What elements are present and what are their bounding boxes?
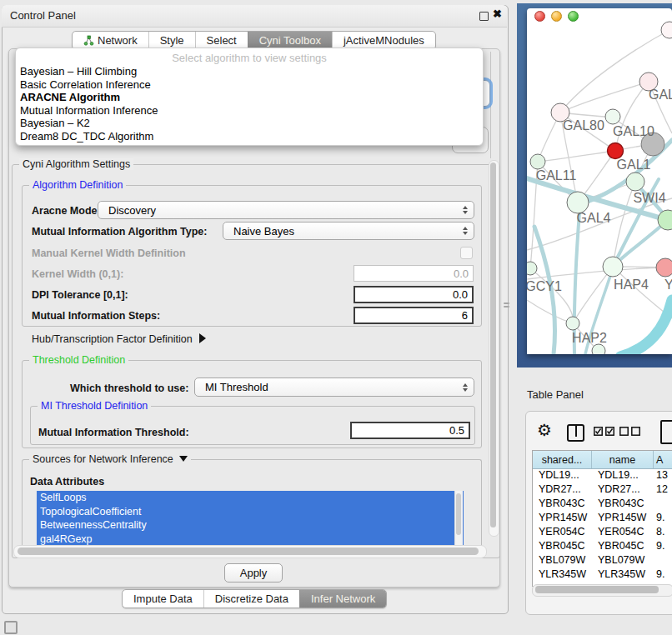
node-label: GAL4 (577, 211, 611, 225)
data-attributes-label: Data Attributes (30, 476, 104, 488)
tab-impute-data[interactable]: Impute Data (123, 590, 203, 608)
kernel-width-label: Kernel Width (0,1): (32, 268, 123, 280)
table-row[interactable]: YBL079WYBL079W (533, 554, 672, 568)
table-cell: 9. (654, 540, 672, 554)
table-row[interactable]: YPR145WYPR145W9. (533, 512, 672, 526)
attribute-list-item[interactable]: BetweennessCentrality (37, 518, 464, 532)
tab-network[interactable]: Network (73, 32, 148, 49)
network-node-hap2 (566, 317, 579, 330)
table-cell: 9. (654, 568, 672, 582)
hub-definition-expander[interactable]: Hub/Transcription Factor Definition (32, 333, 206, 345)
tab-label: Cyni Toolbox (259, 34, 321, 47)
which-threshold-combo[interactable]: MI Threshold (194, 378, 474, 397)
dock-panel-icon[interactable] (4, 621, 18, 634)
table-horizontal-scrollbar-thumb[interactable] (535, 586, 659, 593)
kernel-width-field[interactable]: 0.0 (354, 265, 474, 282)
bottom-tab-bar: Impute DataDiscretize DataInfer Network (122, 589, 387, 608)
manual-kernel-checkbox[interactable] (460, 247, 473, 259)
table-row[interactable]: YBR045CYBR045C9. (533, 540, 672, 554)
algorithm-option[interactable]: ARACNE Algorithm (16, 91, 483, 104)
table-row[interactable]: YBR043CYBR043C (533, 498, 672, 512)
table-cell: 12 (654, 483, 672, 498)
float-window-icon[interactable] (479, 12, 489, 21)
tab-discretize-data[interactable]: Discretize Data (203, 590, 299, 608)
settings-horizontal-scrollbar-thumb[interactable] (18, 548, 479, 555)
column-browser-icon[interactable] (567, 424, 584, 442)
table-cell: YBR043C (533, 498, 592, 512)
table-row[interactable]: YDR27...YDR27...12 (533, 483, 672, 498)
tab-select[interactable]: Select (195, 32, 248, 49)
node-label: GCY1 (527, 279, 562, 293)
apply-button[interactable]: Apply (224, 563, 283, 582)
algorithm-option[interactable]: Mutual Information Inference (16, 104, 483, 118)
node-label: SWI4 (633, 191, 665, 205)
mi-steps-field[interactable]: 6 (354, 307, 474, 324)
table-panel-title: Table Panel (527, 388, 584, 401)
mi-type-combo[interactable]: Naive Bayes (223, 222, 474, 240)
table-cell: YDR27... (533, 483, 592, 498)
thick-cyan-edge (620, 300, 672, 354)
node-label: HAP2 (572, 331, 607, 345)
tab-infer-network[interactable]: Infer Network (299, 590, 386, 608)
node-label: Y (664, 278, 672, 292)
mi-type-value: Naive Bayes (233, 225, 294, 238)
attributes-scrollbar-thumb[interactable] (456, 493, 461, 535)
which-threshold-value: MI Threshold (205, 381, 268, 393)
table-row[interactable]: YLR345WYLR345W9. (533, 568, 672, 582)
network-node-salmon (656, 258, 672, 277)
tab-label: Impute Data (133, 592, 193, 605)
network-node-gcy1 (527, 262, 537, 275)
close-icon[interactable]: ✖ (493, 8, 502, 20)
node-label: GAL1 (617, 158, 651, 172)
settings-vertical-scrollbar-thumb[interactable] (490, 162, 496, 528)
mi-threshold-field[interactable]: 0.5 (350, 422, 470, 439)
attribute-list-item[interactable]: TopologicalCoefficient (37, 505, 464, 519)
table-body: YDL19...YDL19...13YDR27...YDR27...12YBR0… (533, 469, 672, 586)
algorithm-option[interactable]: Bayesian – K2 (16, 117, 483, 130)
node-table: shared...nameA YDL19...YDL19...13YDR27..… (532, 450, 672, 587)
attribute-list-item[interactable]: SelfLoops (37, 491, 464, 505)
algorithm-dropdown-popup: Select algorithm to view settings Bayesi… (15, 48, 484, 146)
table-column-header[interactable]: A (654, 451, 672, 468)
table-column-header[interactable]: shared... (533, 451, 592, 468)
manual-kernel-label: Manual Kernel Width Definition (32, 248, 186, 259)
dpi-tolerance-field[interactable]: 0.0 (354, 286, 474, 303)
gear-icon[interactable]: ⚙ (537, 421, 552, 439)
table-row[interactable]: YER054CYER054C8. (533, 526, 672, 540)
table-cell: YLR345W (592, 568, 654, 582)
tab-cyni-toolbox[interactable]: Cyni Toolbox (248, 32, 332, 49)
mi-threshold-label: Mutual Information Threshold: (38, 427, 189, 438)
algorithm-option[interactable]: Dream8 DC_TDC Algorithm (16, 130, 483, 143)
node-label: GAL80 (563, 118, 604, 132)
network-canvas[interactable]: GAL GAL80 GAL10 GAL1 GAL11 GAL4 SWI4 GCY… (527, 8, 672, 354)
table-column-header[interactable]: name (592, 451, 654, 468)
table-cell: YPR145W (592, 512, 654, 526)
table-cell: YDL19... (533, 469, 592, 483)
hub-definition-label: Hub/Transcription Factor Definition (32, 333, 193, 345)
aracne-mode-combo[interactable]: Discovery (98, 201, 474, 219)
algorithm-dropdown-list: Bayesian – Hill ClimbingBasic Correlatio… (16, 65, 483, 143)
new-table-icon[interactable] (660, 420, 672, 444)
data-attributes-list[interactable]: SelfLoopsTopologicalCoefficientBetweenne… (37, 491, 464, 546)
table-cell: YDR27... (592, 483, 654, 498)
network-node-gal1 (626, 172, 644, 191)
tab-style[interactable]: Style (148, 32, 195, 49)
sources-group-title[interactable]: Sources for Network Inference (29, 453, 191, 465)
deselect-all-columns-icon[interactable] (619, 427, 640, 436)
aracne-mode-label: Aracne Mode: (32, 205, 101, 217)
tab-jactivemnodules[interactable]: jActiveMNodules (332, 32, 435, 49)
tab-label: Network (98, 34, 138, 47)
algorithm-option[interactable]: Bayesian – Hill Climbing (16, 65, 483, 78)
select-all-columns-icon[interactable] (594, 427, 614, 436)
table-cell: YPR145W (533, 512, 592, 526)
algorithm-option[interactable]: Basic Correlation Inference (16, 78, 483, 92)
table-cell: YER054C (592, 526, 654, 540)
table-cell: YBL079W (592, 554, 654, 568)
attribute-list-item[interactable]: gal4RGexp (37, 532, 464, 547)
panel-divider-grip[interactable] (504, 302, 509, 310)
hidden-groupbox-border (490, 52, 491, 158)
which-threshold-label: Which threshold to use: (70, 382, 188, 394)
table-row[interactable]: YDL19...YDL19...13 (533, 469, 672, 483)
network-icon (83, 35, 94, 46)
table-cell: YBR045C (533, 540, 592, 554)
